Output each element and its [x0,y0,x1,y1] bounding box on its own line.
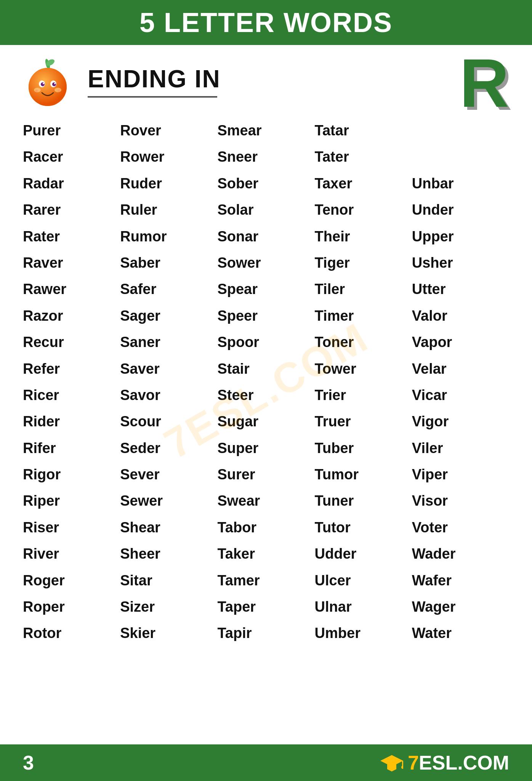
svg-point-9 [54,83,56,84]
logo-text: 7ESL.COM [408,751,509,774]
word-cell: Sewer [120,488,217,514]
word-cell: Truer [315,408,412,435]
word-cell: Upper [412,223,509,250]
word-cell: Super [217,435,314,461]
big-letter-r: R [460,49,509,117]
word-cell: Ruler [120,197,217,223]
subtitle-row: ENDING IN R [0,45,532,106]
word-cell: Steer [217,382,314,408]
word-cell [412,144,509,170]
word-cell: Unbar [412,170,509,197]
footer: 3 7ESL.COM [0,744,532,781]
word-cell: Rotor [23,620,120,646]
word-cell: Velar [412,356,509,382]
svg-point-6 [41,82,45,86]
word-cell: Racer [23,144,120,170]
ending-in-text: ENDING IN [88,65,221,93]
word-cell: Rawer [23,276,120,302]
word-cell: Saner [120,329,217,355]
word-cell: Smear [217,117,314,144]
svg-point-3 [29,68,67,106]
header-title: 5 LETTER WORDS [139,7,393,38]
footer-logo: 7ESL.COM [380,751,509,774]
svg-point-13 [58,90,60,92]
word-cell: Wager [412,594,509,620]
word-cell: Spear [217,276,314,302]
word-cell: Tiger [315,250,412,276]
word-cell: Tatar [315,117,412,144]
word-cell: Sugar [217,408,314,435]
word-cell: Savor [120,382,217,408]
graduation-hat-icon [380,753,403,772]
word-cell: Shear [120,514,217,541]
word-cell: Tuber [315,435,412,461]
word-cell: Sitar [120,567,217,594]
word-cell [412,117,509,144]
word-cell: Spoor [217,329,314,355]
word-cell: Ulnar [315,594,412,620]
svg-point-7 [52,82,56,86]
word-cell: Tiler [315,276,412,302]
word-cell: Toner [315,329,412,355]
word-cell: Rifer [23,435,120,461]
page-number: 3 [23,751,34,774]
word-cell: Scour [120,408,217,435]
word-cell: Riser [23,514,120,541]
word-cell: Rider [23,408,120,435]
word-cell: River [23,541,120,567]
word-cell: Udder [315,541,412,567]
word-cell: Sneer [217,144,314,170]
svg-marker-14 [380,755,403,767]
word-cell: Valor [412,303,509,329]
word-cell: Tower [315,356,412,382]
word-cell: Trier [315,382,412,408]
word-cell: Sager [120,303,217,329]
word-cell: Voter [412,514,509,541]
word-cell: Stair [217,356,314,382]
word-cell: Under [412,197,509,223]
word-cell: Wafer [412,567,509,594]
ending-in-block: ENDING IN [72,65,509,98]
word-cell: Skier [120,620,217,646]
word-cell: Tabor [217,514,314,541]
word-cell: Wader [412,541,509,567]
word-cell: Rumor [120,223,217,250]
word-cell: Rater [23,223,120,250]
word-cell: Vicar [412,382,509,408]
word-cell: Sizer [120,594,217,620]
word-cell: Timer [315,303,412,329]
word-cell: Tapir [217,620,314,646]
word-cell: Visor [412,488,509,514]
word-cell: Their [315,223,412,250]
word-cell: Safer [120,276,217,302]
word-cell: Tuner [315,488,412,514]
word-cell: Tamer [217,567,314,594]
word-cell: Tenor [315,197,412,223]
word-cell: Riper [23,488,120,514]
orange-icon [23,56,72,106]
word-cell: Ulcer [315,567,412,594]
word-cell: Sonar [217,223,314,250]
ending-in-underline [88,96,217,98]
word-cell: Seder [120,435,217,461]
word-cell: Ricer [23,382,120,408]
word-cell: Taxer [315,170,412,197]
word-cell: Speer [217,303,314,329]
word-cell: Razor [23,303,120,329]
word-cell: Saver [120,356,217,382]
svg-point-12 [35,90,38,92]
word-cell: Raver [23,250,120,276]
word-cell: Roper [23,594,120,620]
word-cell: Usher [412,250,509,276]
word-cell: Rigor [23,461,120,488]
word-cell: Ruder [120,170,217,197]
word-cell: Rover [120,117,217,144]
words-grid: PurerRoverSmearTatar RacerRowerSneerTate… [23,117,509,647]
word-cell: Tater [315,144,412,170]
header: 5 LETTER WORDS [0,0,532,45]
word-cell: Surer [217,461,314,488]
word-cell: Solar [217,197,314,223]
word-cell: Vigor [412,408,509,435]
word-cell: Rarer [23,197,120,223]
svg-point-17 [401,766,403,769]
